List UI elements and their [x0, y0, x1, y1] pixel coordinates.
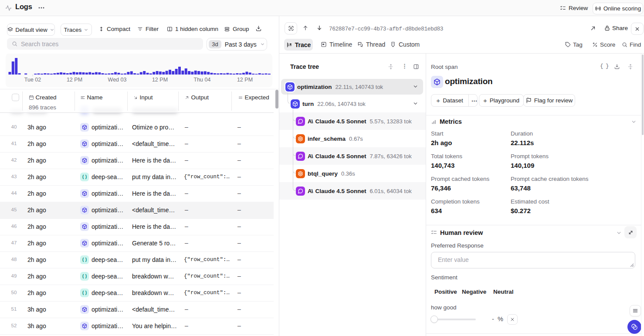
svg-text:Tue 02: Tue 02: [24, 77, 41, 83]
svg-text:12 PM: 12 PM: [152, 77, 168, 83]
svg-text:Wed 03: Wed 03: [108, 77, 127, 83]
svg-text:Thu 04: Thu 04: [194, 77, 211, 83]
svg-text:12 PM: 12 PM: [67, 77, 82, 83]
svg-text:12 PM: 12 PM: [237, 77, 253, 83]
